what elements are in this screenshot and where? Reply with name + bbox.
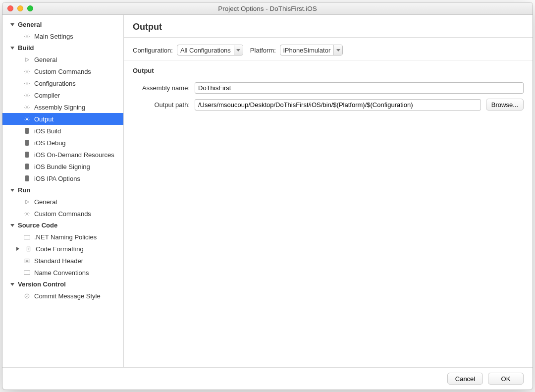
platform-label: Platform: (250, 47, 276, 54)
svg-point-4 (26, 106, 27, 108)
sidebar-item-label: Output (34, 115, 54, 123)
output-section-header: Output (133, 67, 524, 74)
minimize-icon[interactable] (17, 5, 23, 11)
svg-point-6 (26, 213, 27, 214)
hash-icon (23, 258, 30, 264)
sidebar-item-label: Custom Commands (34, 210, 91, 218)
svg-point-9 (25, 294, 29, 298)
sidebar-item-label: iOS On-Demand Resources (34, 151, 114, 159)
sidebar-item-ios-build[interactable]: iOS Build (2, 125, 123, 137)
sidebar-item-commit-message-style[interactable]: Commit Message Style (2, 290, 123, 302)
gear-icon (23, 33, 30, 40)
configuration-value: All Configurations (177, 45, 234, 55)
gear-icon (23, 68, 30, 75)
sidebar-item-label: iOS Bundle Signing (34, 163, 90, 170)
gear-icon (23, 116, 30, 122)
disclosure-down-icon (10, 47, 14, 50)
chevron-down-icon (333, 45, 342, 55)
sidebar-item-label: Configurations (34, 80, 76, 87)
sidebar-item-net-naming-policies[interactable]: .NET Naming Policies (2, 231, 123, 243)
svg-point-0 (26, 35, 27, 37)
gear-icon (23, 104, 30, 111)
disclosure-down-icon (10, 283, 14, 286)
assembly-name-input[interactable] (195, 82, 524, 94)
sidebar-item-run-general[interactable]: General (2, 196, 123, 208)
sidebar-cat-label: Version Control (18, 280, 66, 288)
play-icon (23, 56, 30, 63)
sidebar-item-ios-debug[interactable]: iOS Debug (2, 137, 123, 149)
sidebar-item-label: Compiler (34, 92, 60, 99)
gear-icon (23, 92, 30, 99)
phone-icon (23, 164, 30, 169)
phone-icon (23, 140, 30, 146)
configuration-dropdown[interactable]: All Configurations (177, 45, 243, 56)
sidebar-item-compiler[interactable]: Compiler (2, 89, 123, 101)
sidebar-cat-label: General (18, 21, 42, 28)
chevron-down-icon (234, 45, 243, 55)
platform-value: iPhoneSimulator (280, 45, 333, 55)
project-options-window: Project Options - DoThisFirst.iOS Genera… (2, 2, 533, 390)
sidebar-item-main-settings[interactable]: Main Settings (2, 30, 123, 42)
browse-button[interactable]: Browse... (486, 99, 524, 111)
sidebar-item-label: Assembly Signing (34, 104, 85, 111)
close-icon[interactable] (7, 5, 13, 11)
document-icon (25, 246, 32, 252)
sidebar-item-label: Commit Message Style (34, 292, 101, 300)
zoom-icon[interactable] (27, 5, 33, 11)
sidebar-item-ios-ondemand[interactable]: iOS On-Demand Resources (2, 149, 123, 161)
sidebar-cat-general[interactable]: General (2, 19, 123, 30)
sidebar-item-label: General (34, 198, 57, 206)
disclosure-down-icon (10, 224, 14, 227)
sidebar-item-run-custom-commands[interactable]: Custom Commands (2, 208, 123, 220)
configuration-label: Configuration: (133, 47, 173, 54)
sidebar-item-label: .NET Naming Policies (34, 233, 97, 241)
dialog-footer: Cancel OK (2, 367, 533, 390)
sidebar-cat-versioncontrol[interactable]: Version Control (2, 279, 123, 290)
svg-point-1 (26, 70, 27, 72)
disclosure-down-icon (10, 189, 14, 192)
keyboard-icon (23, 271, 30, 275)
sidebar-item-label: Standard Header (34, 257, 83, 265)
titlebar: Project Options - DoThisFirst.iOS (2, 2, 533, 15)
sidebar-cat-sourcecode[interactable]: Source Code (2, 220, 123, 231)
svg-point-5 (26, 118, 27, 119)
gear-icon (23, 80, 30, 87)
output-path-label: Output path: (133, 101, 190, 109)
svg-rect-8 (25, 259, 29, 263)
sidebar-item-configurations[interactable]: Configurations (2, 77, 123, 89)
disclosure-right-icon (16, 247, 19, 251)
platform-dropdown[interactable]: iPhoneSimulator (280, 45, 343, 56)
sidebar-item-assembly-signing[interactable]: Assembly Signing (2, 101, 123, 113)
sidebar-item-name-conventions[interactable]: Name Conventions (2, 267, 123, 279)
main-panel: Output Configuration: All Configurations… (124, 15, 533, 367)
output-path-input[interactable] (195, 99, 481, 111)
output-form: Assembly name: Output path: Browse... (124, 77, 533, 111)
sidebar-item-label: Name Conventions (34, 269, 89, 277)
sidebar-item-build-general[interactable]: General (2, 54, 123, 65)
sidebar-item-code-formatting[interactable]: Code Formatting (2, 243, 123, 255)
phone-icon (23, 175, 30, 181)
sidebar-item-label: Custom Commands (34, 68, 91, 75)
sidebar-cat-run[interactable]: Run (2, 184, 123, 196)
sidebar-cat-label: Source Code (18, 222, 57, 229)
ok-button[interactable]: OK (488, 373, 524, 385)
sidebar-item-label: iOS Debug (34, 139, 66, 147)
sidebar-item-output[interactable]: Output (2, 113, 123, 125)
sidebar-item-label: iOS Build (34, 127, 61, 135)
sidebar-item-label: iOS IPA Options (34, 175, 80, 182)
svg-point-3 (26, 94, 27, 96)
sidebar-item-standard-header[interactable]: Standard Header (2, 255, 123, 267)
sidebar-item-ios-bundle-signing[interactable]: iOS Bundle Signing (2, 161, 123, 172)
sidebar-cat-build[interactable]: Build (2, 42, 123, 54)
output-path-row: Output path: Browse... (133, 99, 524, 111)
sidebar-cat-label: Run (18, 186, 30, 194)
gear-icon (23, 211, 30, 217)
phone-icon (23, 152, 30, 158)
assembly-name-row: Assembly name: (133, 82, 524, 94)
sidebar: General Main Settings Build General Cust… (2, 15, 124, 367)
keyboard-icon (23, 235, 30, 239)
play-icon (23, 199, 30, 205)
cancel-button[interactable]: Cancel (447, 373, 483, 385)
sidebar-item-ios-ipa-options[interactable]: iOS IPA Options (2, 172, 123, 184)
sidebar-item-custom-commands[interactable]: Custom Commands (2, 65, 123, 77)
